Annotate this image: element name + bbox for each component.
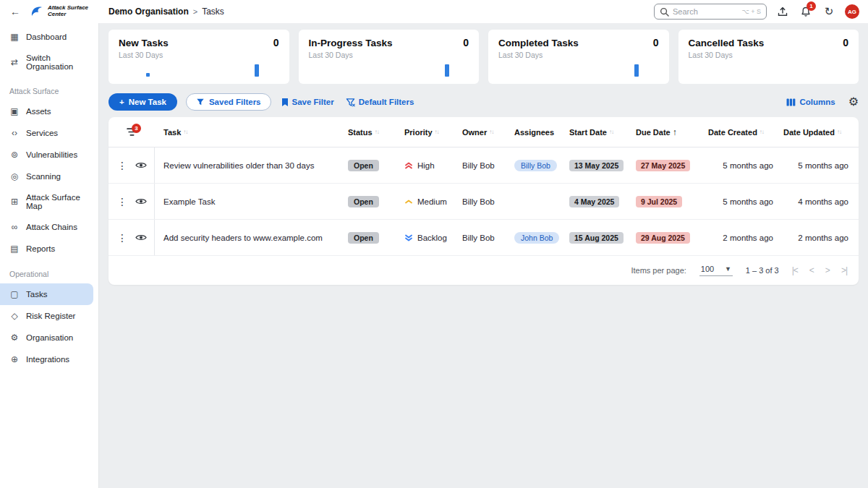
date-created-label: 2 months ago <box>708 234 783 242</box>
column-header-start-date[interactable]: Start Date↑↓ <box>569 128 636 137</box>
column-header-status[interactable]: Status↑↓ <box>348 128 404 137</box>
filter-count-badge: 3 <box>132 124 141 133</box>
sparkline <box>119 62 279 78</box>
column-header-priority[interactable]: Priority↑↓ <box>404 128 462 137</box>
sidebar-item-tasks[interactable]: ▢Tasks <box>0 283 93 305</box>
toolbar-right: Columns ⚙ <box>785 95 859 109</box>
table-row[interactable]: ⋮ Review vulnerabilities older than 30 d… <box>109 147 859 184</box>
columns-button[interactable]: Columns <box>785 95 836 109</box>
sidebar-item-attack-chains[interactable]: ∞Attack Chains <box>0 216 98 238</box>
default-filters-button[interactable]: Default Filters <box>344 95 416 110</box>
stat-card-new-tasks: New Tasks0 Last 30 Days <box>109 30 289 84</box>
column-header-due-date[interactable]: Due Date↑ <box>636 127 708 137</box>
sidebar-item-label: Vulnerabilities <box>26 150 77 159</box>
view-task-icon[interactable] <box>135 197 147 205</box>
avatar[interactable]: AG <box>845 4 859 19</box>
date-updated-label: 4 months ago <box>783 197 859 206</box>
sidebar-item-organisation[interactable]: ⚙Organisation <box>0 327 98 348</box>
date-created-label: 5 months ago <box>708 197 783 206</box>
sort-icon: ↑↓ <box>489 129 493 135</box>
table-row[interactable]: ⋮ Add security headers to www.example.co… <box>109 220 859 256</box>
table-row[interactable]: ⋮ Example Task Open Medium Billy Bob 4 M… <box>109 184 859 220</box>
save-filter-button[interactable]: Save Filter <box>280 95 336 110</box>
due-date-chip: 9 Jul 2025 <box>636 196 682 207</box>
sidebar-item-scanning[interactable]: ◎Scanning <box>0 166 98 187</box>
pagination-range: 1 – 3 of 3 <box>746 266 779 275</box>
bookmark-icon <box>281 98 289 107</box>
task-title[interactable]: Review vulnerabilities older than 30 day… <box>155 161 348 170</box>
stat-card-in-progress-tasks: In-Progress Tasks0 Last 30 Days <box>299 30 480 84</box>
topbar-actions: ⌥ + S 1 ↻ AG <box>654 4 859 20</box>
settings-gear-icon[interactable]: ⚙ <box>848 96 859 108</box>
column-header-owner[interactable]: Owner↑↓ <box>462 128 514 137</box>
sidebar-item-assets[interactable]: ▣Assets <box>0 100 98 122</box>
back-icon[interactable]: ← <box>9 6 22 17</box>
stat-subtitle: Last 30 Days <box>498 51 659 59</box>
date-created-label: 5 months ago <box>708 161 783 170</box>
sidebar-item-services[interactable]: ‹›Services <box>0 122 98 144</box>
priority-backlog-icon <box>404 234 413 242</box>
sidebar-item-label: Risk Register <box>26 312 75 320</box>
export-button[interactable] <box>775 4 790 19</box>
sort-icon: ↑↓ <box>435 129 439 135</box>
assignee-chip[interactable]: John Bob <box>514 232 559 244</box>
view-task-icon[interactable] <box>135 161 147 169</box>
assignee-chip[interactable]: Billy Bob <box>514 160 557 171</box>
search-icon <box>660 7 669 17</box>
filter-off-icon <box>346 98 355 107</box>
sidebar-item-switch-organisation[interactable]: ⇄Switch Organisation <box>0 48 98 77</box>
shield-icon: ◇ <box>9 311 20 321</box>
column-header-assignees[interactable]: Assignees <box>514 128 569 137</box>
row-menu-icon[interactable]: ⋮ <box>116 160 129 171</box>
column-header-date-updated[interactable]: Date Updated↑↓ <box>783 128 859 137</box>
refresh-button[interactable]: ↻ <box>822 4 836 19</box>
sidebar-item-attack-surface-map[interactable]: ⊞Attack Surface Map <box>0 187 98 216</box>
last-page-button[interactable]: >| <box>841 265 847 275</box>
chevron-down-icon: ▼ <box>725 265 731 273</box>
vulnerabilities-icon: ⊚ <box>9 150 20 160</box>
search-box[interactable]: ⌥ + S <box>654 4 767 20</box>
previous-page-button[interactable]: < <box>809 265 814 275</box>
sidebar-item-vulnerabilities[interactable]: ⊚Vulnerabilities <box>0 144 98 166</box>
stat-subtitle: Last 30 Days <box>309 51 469 59</box>
app-logo[interactable]: Attack Surface Center <box>29 4 88 19</box>
sidebar-item-label: Reports <box>26 244 55 253</box>
view-task-icon[interactable] <box>135 234 147 241</box>
column-header-task[interactable]: Task↑↓ <box>155 128 348 137</box>
start-date-chip: 4 May 2025 <box>569 196 619 207</box>
stat-title: Completed Tasks <box>498 38 579 48</box>
stat-title: New Tasks <box>119 38 169 48</box>
sparkline-bar-small <box>146 73 150 77</box>
upload-icon <box>778 7 788 17</box>
tasks-icon: ▢ <box>9 289 20 299</box>
breadcrumb: Demo Organisation > Tasks <box>109 7 224 17</box>
sidebar-item-dashboard[interactable]: ▦Dashboard <box>0 26 98 48</box>
search-input[interactable] <box>673 7 738 16</box>
task-title[interactable]: Add security headers to www.example.com <box>155 234 348 242</box>
sidebar-item-reports[interactable]: ▤Reports <box>0 238 98 260</box>
sidebar-item-risk-register[interactable]: ◇Risk Register <box>0 305 98 327</box>
sidebar-item-integrations[interactable]: ⊕Integrations <box>0 348 98 370</box>
date-updated-label: 5 months ago <box>783 161 859 170</box>
owner-label: Billy Bob <box>462 234 514 242</box>
new-task-label: New Task <box>129 98 166 106</box>
status-badge: Open <box>348 196 379 207</box>
first-page-button[interactable]: |< <box>792 265 798 275</box>
next-page-button[interactable]: > <box>825 265 830 275</box>
saved-filters-button[interactable]: Saved Filters <box>186 93 271 111</box>
task-title[interactable]: Example Task <box>155 197 348 206</box>
items-per-page-select[interactable]: 100 ▼ <box>699 264 733 276</box>
sparkline <box>498 62 659 78</box>
sort-icon: ↑↓ <box>183 129 187 135</box>
stat-value: 0 <box>463 37 469 48</box>
new-task-button[interactable]: +New Task <box>109 93 177 111</box>
breadcrumb-org[interactable]: Demo Organisation <box>109 7 189 17</box>
row-menu-icon[interactable]: ⋮ <box>116 232 129 244</box>
notifications-button[interactable]: 1 <box>799 4 813 19</box>
column-header-date-created[interactable]: Date Created↑↓ <box>708 128 783 137</box>
sidebar-item-label: Attack Chains <box>26 223 77 231</box>
owner-label: Billy Bob <box>462 161 514 170</box>
pagination-bar: Items per page: 100 ▼ 1 – 3 of 3 |< < > … <box>109 256 859 285</box>
row-menu-icon[interactable]: ⋮ <box>116 196 129 207</box>
table-filter-button[interactable]: 3 <box>125 127 138 138</box>
